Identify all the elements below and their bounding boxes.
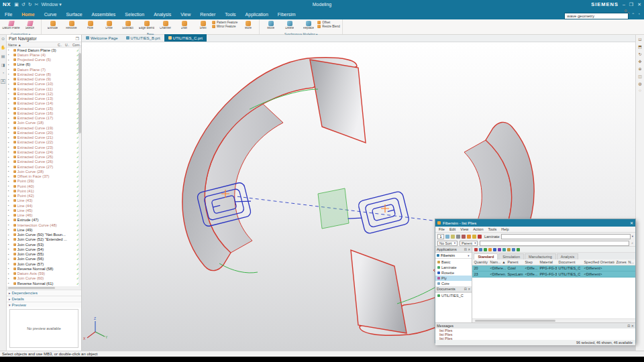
redo-icon[interactable]: ↻ — [28, 2, 32, 7]
tree-item[interactable]: ▪ Line (43) ✓ — [8, 198, 81, 203]
tree-item[interactable]: ▪ Line (45) ✓ — [8, 208, 81, 213]
reuse-library-icon[interactable]: ◨ — [1, 62, 5, 67]
dock-icon[interactable]: ❐ — [76, 36, 79, 41]
delete-ply-icon[interactable] — [474, 248, 478, 251]
tree-item[interactable]: ▪ Extracted Curve (8) ✓ — [8, 72, 81, 76]
flag-icon[interactable] — [478, 235, 482, 239]
tree-item[interactable]: ▪ Extracted Curve (23) ✓ — [8, 145, 81, 149]
tree-item[interactable]: ▪ Intersection Curve (48) ✓ — [8, 223, 81, 227]
dependencies-section[interactable]: ▸Dependencies — [7, 290, 81, 296]
checkbox-icon[interactable]: ▪ — [8, 223, 9, 227]
right-antenna-trace[interactable] — [345, 191, 410, 238]
save-icon[interactable]: ▣ — [14, 2, 19, 7]
ribbon-tab[interactable]: Analysis — [149, 11, 176, 18]
help-icon[interactable]: ◔ — [637, 12, 640, 16]
export-icon[interactable] — [472, 235, 476, 239]
folder-icon[interactable] — [467, 235, 471, 239]
tree-horizontal-scrollbar[interactable] — [7, 286, 81, 290]
fibersim-tab[interactable]: Simulation — [498, 253, 524, 259]
checkbox-icon[interactable]: ▪ — [8, 180, 9, 183]
ribbon-button[interactable]: Delete — [280, 20, 299, 33]
tree-item[interactable]: ▪ Line (44) ✓ — [8, 203, 81, 208]
constraint-navigator-icon[interactable]: ✋ — [1, 45, 6, 50]
doc-icon[interactable] — [512, 248, 515, 251]
ply-table-header[interactable]: Quantity Nam... ▲ Parent Step Material D… — [472, 259, 635, 265]
ribbon-button[interactable]: Extrude — [44, 20, 62, 33]
tree-item[interactable]: ▪ Join Curve (18) ✓ — [8, 121, 81, 125]
checkbox-icon[interactable]: ▪ — [8, 82, 9, 86]
tree-item[interactable]: ▪ Point (39) ✓ — [8, 179, 81, 184]
tree-item[interactable]: ▪ Extracted Curve (9) ✓ — [8, 77, 81, 82]
checkbox-icon[interactable]: ▪ — [8, 243, 9, 246]
fibersim-menu-item[interactable]: Edit — [447, 227, 458, 231]
tree-item[interactable]: ▪ Join Curve (54) ✓ — [8, 247, 81, 251]
part-navigator-icon[interactable]: ▤ — [1, 54, 5, 58]
tree-item[interactable]: ▪ Datum Plane (7) ✓ — [8, 67, 81, 72]
checkbox-icon[interactable]: ▪ — [8, 189, 9, 192]
tree-item[interactable]: ▪ Extracted Curve (26) ✓ — [8, 160, 81, 164]
ribbon-tab[interactable]: Application — [241, 11, 273, 18]
zoom-icon[interactable]: ⊕ — [638, 66, 641, 71]
details-section[interactable]: ▸Details — [7, 296, 81, 302]
checkbox-icon[interactable]: ▪ — [8, 165, 9, 168]
fibersim-tab[interactable]: Analysis — [557, 253, 578, 259]
tree-item[interactable]: ▪ Point (41) ✓ — [8, 188, 81, 193]
minimize-button[interactable]: – — [623, 2, 625, 7]
checkbox-icon[interactable]: ▪ — [8, 68, 9, 71]
open-icon[interactable] — [451, 235, 455, 239]
restore-button[interactable]: ❐ — [629, 2, 633, 7]
checkbox-icon[interactable]: ▪ — [8, 136, 9, 139]
window-menu[interactable]: Window ▾ — [41, 2, 61, 7]
checkbox-icon[interactable]: ▪ — [8, 121, 9, 125]
checkbox-icon[interactable]: ▪ — [8, 204, 9, 207]
ribbon-button[interactable]: Sketch — [21, 20, 39, 33]
combo-arrow-icon[interactable]: ▾ — [632, 235, 633, 238]
checkbox-icon[interactable]: ▪ — [8, 228, 9, 231]
fibersim-menu-item[interactable]: Help — [499, 227, 511, 231]
count-input[interactable] — [437, 234, 444, 239]
tree-item[interactable]: ▪ Point (40) ✓ — [8, 184, 81, 188]
tree-item[interactable]: ▪ Line (46) ✓ — [8, 213, 81, 218]
export-icon[interactable] — [493, 248, 496, 251]
tree-item[interactable]: ▪ Extracted Curve (27) ✓ — [8, 164, 81, 169]
checkbox-icon[interactable]: ▪ — [8, 267, 9, 270]
ribbon-small-button[interactable]: Pattern Feature — [212, 21, 237, 24]
link-icon[interactable] — [462, 235, 466, 239]
tree-item[interactable]: ▪ Extracted Curve (19) ✓ — [8, 125, 81, 130]
ribbon-small-button[interactable]: Mirror Feature — [212, 25, 237, 28]
checkbox-icon[interactable]: ▪ — [8, 160, 9, 164]
checkbox-icon[interactable]: ▪ — [8, 238, 9, 241]
parent-combo[interactable]: Parent▾ — [460, 241, 478, 246]
checkbox-icon[interactable]: ▪ — [8, 72, 9, 76]
tree-item[interactable]: ▪ Line (49) ✓ — [8, 227, 81, 232]
add-ply-icon[interactable] — [479, 248, 482, 251]
cut-icon[interactable]: ✂ — [35, 2, 39, 7]
checkbox-icon[interactable]: ▪ — [8, 253, 9, 256]
checkbox-icon[interactable]: ▪ — [8, 87, 9, 90]
expand-ribbon-icon[interactable]: ⌃ — [631, 12, 635, 17]
checkbox-icon[interactable]: ▪ — [8, 184, 9, 188]
new-icon[interactable] — [445, 235, 449, 239]
tree-item[interactable]: ▪ Extracted Curve (15) ✓ — [8, 106, 81, 111]
analyze-icon[interactable] — [498, 248, 501, 251]
tree-item[interactable]: ▪ Join Curve (57) ✓ — [8, 261, 81, 266]
fibersim-tree-item[interactable]: Ply — [435, 276, 472, 281]
simulate-icon[interactable] — [502, 248, 506, 251]
tree-item[interactable]: ▪ Extracted Curve (11) ✓ — [8, 86, 81, 91]
tree-item[interactable]: ▪ Join Curve (52) "Extended ... ✓ — [8, 237, 81, 242]
tree-item[interactable]: ▪ Extracted Curve (20) ✓ — [8, 130, 81, 135]
orient-view-icon[interactable]: ⬒ — [638, 44, 642, 49]
checkbox-icon[interactable]: ▪ — [8, 219, 9, 222]
checkbox-icon[interactable]: ▪ — [8, 233, 9, 237]
tree-item[interactable]: ▪ Join Curve (60) ✓ — [8, 276, 81, 281]
fibersim-tree-item[interactable]: Rosette — [435, 270, 472, 276]
checkbox-icon[interactable]: ▪ — [8, 257, 9, 261]
pin-icon[interactable]: ⊟ ✕ — [464, 247, 471, 251]
laminate-input[interactable] — [501, 234, 631, 239]
ribbon-small-button[interactable]: Resize Blend — [317, 25, 340, 28]
left-shell-flap[interactable] — [310, 60, 366, 143]
tree-item[interactable]: ▪ Join Curve (55) ✓ — [8, 252, 81, 257]
flatten-icon[interactable] — [488, 248, 492, 251]
ply-table-row[interactable]: 23<Differen... SpecLam...<Diffe... PPG-F… — [472, 272, 635, 278]
tree-item[interactable]: ▪ Join Curve (28) ✓ — [8, 169, 81, 174]
